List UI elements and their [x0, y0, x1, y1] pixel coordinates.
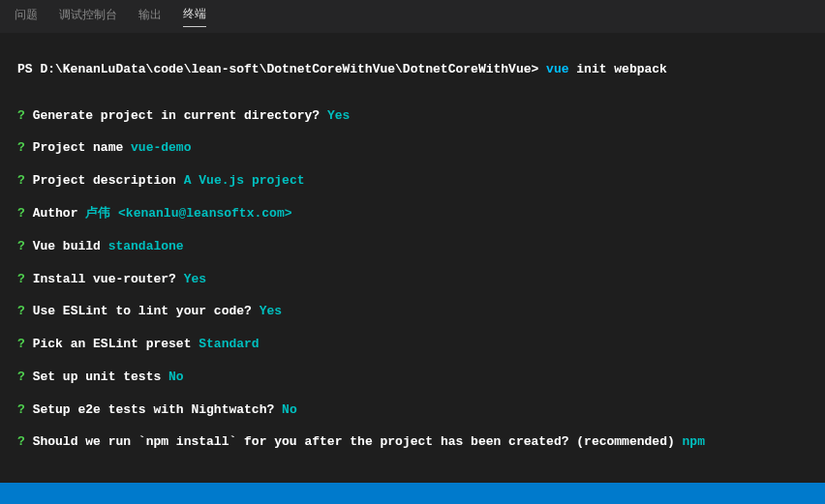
status-bar[interactable]	[0, 483, 825, 504]
question-9: ? Set up unit tests No	[17, 370, 808, 386]
tab-output[interactable]: 输出	[138, 7, 162, 27]
question-2: ? Project name vue-demo	[17, 140, 808, 157]
command: vue	[546, 62, 568, 76]
question-5: ? Vue build standalone	[17, 239, 808, 255]
tab-problems[interactable]: 问题	[15, 7, 38, 27]
command-args: init webpack	[569, 62, 667, 76]
tab-debug-console[interactable]: 调试控制台	[59, 7, 117, 27]
question-11: ? Should we run `npm install` for you af…	[17, 434, 808, 451]
question-1: ? Generate project in current directory?…	[17, 108, 808, 125]
question-10: ? Setup e2e tests with Nightwatch? No	[17, 402, 808, 419]
question-4: ? Author 卢伟 <kenanlu@leansoftx.com>	[17, 206, 808, 222]
prompt-line: PS D:\KenanLuData\code\lean-soft\DotnetC…	[17, 62, 808, 78]
tab-terminal[interactable]: 终端	[183, 6, 206, 27]
question-3: ? Project description A Vue.js project	[17, 173, 808, 190]
terminal-output[interactable]: PS D:\KenanLuData\code\lean-soft\DotnetC…	[0, 34, 825, 504]
question-6: ? Install vue-router? Yes	[17, 272, 808, 288]
prompt-prefix: PS D:\KenanLuData\code\lean-soft\DotnetC…	[17, 62, 546, 76]
question-8: ? Pick an ESLint preset Standard	[17, 337, 808, 353]
terminal-tabs: 问题 调试控制台 输出 终端	[0, 0, 825, 34]
question-7: ? Use ESLint to lint your code? Yes	[17, 304, 808, 320]
